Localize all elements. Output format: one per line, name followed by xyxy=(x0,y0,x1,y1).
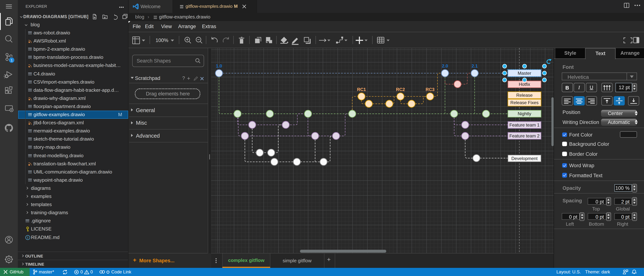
svg-text:Feature team 1: Feature team 1 xyxy=(510,122,540,127)
svg-text:i: i xyxy=(27,236,28,239)
svg-text:1.0: 1.0 xyxy=(216,63,222,68)
svg-text:1: 1 xyxy=(11,58,13,62)
svg-text:RC2: RC2 xyxy=(396,87,405,92)
svg-text:Hotfix: Hotfix xyxy=(519,82,530,87)
svg-text:RC3: RC3 xyxy=(426,87,434,92)
svg-text:RC1: RC1 xyxy=(357,87,366,92)
svg-text:Nightly: Nightly xyxy=(518,111,531,116)
svg-text:100%: 100% xyxy=(156,37,168,43)
svg-text:Release: Release xyxy=(516,93,532,98)
svg-text:Feature team 2: Feature team 2 xyxy=(510,133,540,138)
svg-text:Master: Master xyxy=(518,71,531,76)
svg-text:Release Fixes: Release Fixes xyxy=(510,100,538,105)
svg-text:Development: Development xyxy=(512,156,538,161)
svg-text:2.1: 2.1 xyxy=(472,63,478,68)
svg-text:2.0: 2.0 xyxy=(442,63,448,68)
